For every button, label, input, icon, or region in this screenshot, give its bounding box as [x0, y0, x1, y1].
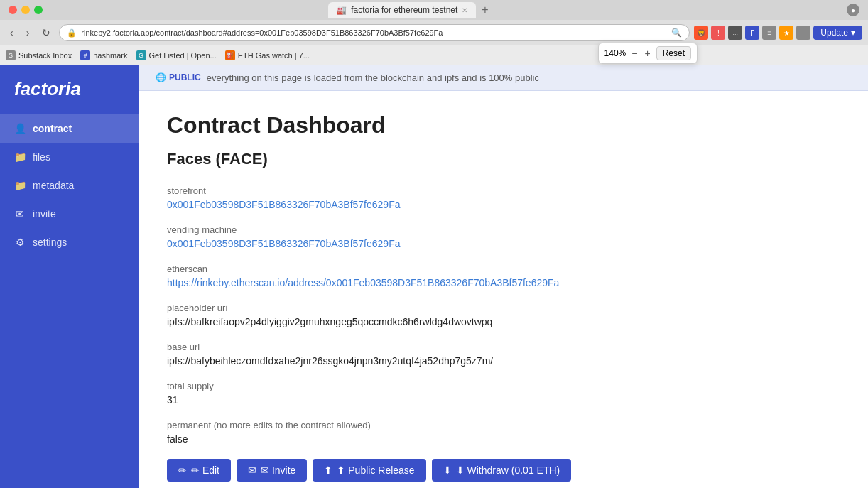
storefront-value: 0x001Feb03598D3F51B863326F70bA3Bf57fe629… — [167, 199, 840, 210]
withdraw-label: ⬇ Withdraw (0.01 ETH) — [456, 465, 560, 476]
extension-icon-6[interactable]: ⋯ — [796, 26, 810, 40]
settings-icon: ⚙ — [14, 237, 26, 248]
sidebar-item-files[interactable]: 📁 files — [0, 143, 139, 171]
contract-name: Faces (FACE) — [167, 150, 840, 168]
ethgas-favicon: ⛽ — [225, 50, 235, 60]
extension-icon-5[interactable]: ★ — [779, 26, 793, 40]
new-tab-button[interactable]: + — [482, 4, 488, 16]
bookmark-hashmark-label: hashmark — [93, 51, 127, 60]
public-banner: 🌐 PUBLIC everything on this page is load… — [139, 65, 868, 91]
zoom-level-display: 140% — [604, 48, 626, 58]
zoom-popup: 140% − + Reset — [598, 43, 698, 64]
browser-chrome: 🏭 factoria for ethereum testnet ✕ + ● ‹ … — [0, 0, 868, 65]
page-title: Contract Dashboard — [167, 112, 840, 139]
vending-machine-label: vending machine — [167, 224, 840, 235]
sidebar-item-settings[interactable]: ⚙ settings — [0, 228, 139, 256]
close-window-button[interactable] — [9, 6, 17, 14]
update-button[interactable]: Update ▾ — [813, 26, 862, 40]
zoom-increase-button[interactable]: + — [643, 48, 651, 59]
bookmark-substack[interactable]: S Substack Inbox — [6, 50, 72, 60]
search-icon[interactable]: 🔍 — [671, 28, 682, 38]
placeholder-uri-label: placeholder uri — [167, 303, 840, 313]
metadata-icon: 📁 — [14, 180, 26, 191]
globe-icon: 🌐 — [156, 72, 166, 82]
extension-icon-1[interactable]: ! — [711, 26, 725, 40]
active-tab[interactable]: 🏭 factoria for ethereum testnet ✕ — [328, 2, 476, 18]
base-uri-section: base uri ipfs://bafybeihleczomdfdxahe2jn… — [167, 342, 840, 367]
invite-btn-label: ✉ Invite — [261, 465, 295, 476]
sidebar-item-invite[interactable]: ✉ invite — [0, 200, 139, 228]
total-supply-section: total supply 31 — [167, 381, 840, 406]
edit-label: ✏ Edit — [191, 465, 219, 476]
title-bar: 🏭 factoria for ethereum testnet ✕ + ● — [0, 0, 868, 20]
edit-button[interactable]: ✏ ✏ Edit — [167, 459, 231, 482]
maximize-window-button[interactable] — [34, 6, 43, 14]
profile-icon: ● — [847, 4, 859, 16]
zoom-reset-button[interactable]: Reset — [656, 46, 691, 60]
sidebar-contract-label: contract — [33, 123, 72, 134]
vending-machine-link[interactable]: 0x001Feb03598D3F51B863326F70bA3Bf57fe629… — [167, 238, 400, 249]
zoom-decrease-button[interactable]: − — [630, 48, 639, 59]
substack-favicon: S — [6, 50, 16, 60]
hashmark-favicon: # — [80, 50, 90, 60]
back-button[interactable]: ‹ — [6, 24, 18, 41]
total-supply-label: total supply — [167, 381, 840, 391]
address-bar[interactable]: 🔒 rinkeby2.factoria.app/contract/dashboa… — [59, 24, 690, 41]
brave-shields-icon[interactable]: 🦁 — [694, 26, 708, 40]
bookmark-getlisted-label: Get Listed | Open... — [149, 51, 217, 60]
sidebar-invite-label: invite — [33, 208, 56, 219]
action-buttons: ✏ ✏ Edit ✉ ✉ Invite ⬆ ⬆ Public Release ⬇… — [167, 459, 840, 482]
app-layout: factoria 👤 contract 📁 files 📁 metadata ✉… — [0, 65, 868, 488]
public-release-button[interactable]: ⬆ ⬆ Public Release — [313, 459, 425, 482]
public-badge: 🌐 PUBLIC — [156, 72, 201, 82]
app-logo: factoria — [0, 65, 139, 114]
contract-icon: 👤 — [14, 123, 26, 134]
sidebar: factoria 👤 contract 📁 files 📁 metadata ✉… — [0, 65, 139, 488]
bookmarks-bar: S Substack Inbox # hashmark G Get Listed… — [0, 45, 868, 65]
placeholder-uri-section: placeholder uri ipfs://bafkreifaopv2p4dl… — [167, 303, 840, 327]
sidebar-settings-label: settings — [33, 237, 67, 248]
extension-icon-3[interactable]: F — [745, 26, 759, 40]
release-icon: ⬆ — [324, 465, 332, 476]
content-area: Contract Dashboard Faces (FACE) storefro… — [139, 91, 868, 488]
main-content: 🌐 PUBLIC everything on this page is load… — [139, 65, 868, 488]
etherscan-link[interactable]: https://rinkeby.etherscan.io/address/0x0… — [167, 277, 559, 288]
address-text: rinkeby2.factoria.app/contract/dashboard… — [81, 28, 667, 37]
placeholder-uri-value: ipfs://bafkreifaopv2p4dlyiggiv2gmuhxngeg… — [167, 316, 840, 327]
etherscan-label: etherscan — [167, 264, 840, 274]
tab-favicon: 🏭 — [337, 6, 347, 15]
bookmark-getlisted[interactable]: G Get Listed | Open... — [136, 50, 217, 60]
sidebar-files-label: files — [33, 151, 50, 163]
storefront-section: storefront 0x001Feb03598D3F51B863326F70b… — [167, 185, 840, 210]
sidebar-item-contract[interactable]: 👤 contract — [0, 114, 139, 143]
extension-icon-2[interactable]: … — [728, 26, 742, 40]
bookmark-ethgas[interactable]: ⛽ ETH Gas.watch | 7... — [225, 50, 310, 60]
invite-button[interactable]: ✉ ✉ Invite — [237, 459, 307, 482]
update-chevron-icon: ▾ — [851, 28, 855, 38]
navigation-toolbar: ‹ › ↻ 🔒 rinkeby2.factoria.app/contract/d… — [0, 20, 868, 45]
release-label: ⬆ Public Release — [337, 465, 414, 476]
public-badge-label: PUBLIC — [169, 72, 201, 82]
permanent-label: permanent (no more edits to the contract… — [167, 420, 840, 430]
address-bar-icons: 🔍 — [671, 28, 682, 38]
tab-title: factoria for ethereum testnet — [351, 5, 457, 15]
invite-icon: ✉ — [14, 208, 26, 219]
tab-bar: 🏭 factoria for ethereum testnet ✕ + — [48, 2, 769, 18]
etherscan-value: https://rinkeby.etherscan.io/address/0x0… — [167, 277, 840, 288]
storefront-link[interactable]: 0x001Feb03598D3F51B863326F70bA3Bf57fe629… — [167, 199, 400, 210]
base-uri-value: ipfs://bafybeihleczomdfdxahe2jnr26ssgko4… — [167, 355, 840, 367]
sidebar-item-metadata[interactable]: 📁 metadata — [0, 171, 139, 200]
withdraw-button[interactable]: ⬇ ⬇ Withdraw (0.01 ETH) — [432, 459, 572, 482]
extension-icon-4[interactable]: ≡ — [762, 26, 776, 40]
storefront-label: storefront — [167, 185, 840, 196]
edit-icon: ✏ — [178, 465, 187, 476]
tab-close-button[interactable]: ✕ — [462, 6, 467, 14]
forward-button[interactable]: › — [22, 24, 34, 41]
reload-button[interactable]: ↻ — [38, 24, 55, 41]
etherscan-section: etherscan https://rinkeby.etherscan.io/a… — [167, 264, 840, 288]
update-label: Update — [820, 28, 848, 38]
bookmark-hashmark[interactable]: # hashmark — [80, 50, 127, 60]
base-uri-label: base uri — [167, 342, 840, 352]
vending-machine-section: vending machine 0x001Feb03598D3F51B86332… — [167, 224, 840, 249]
minimize-window-button[interactable] — [21, 6, 30, 14]
